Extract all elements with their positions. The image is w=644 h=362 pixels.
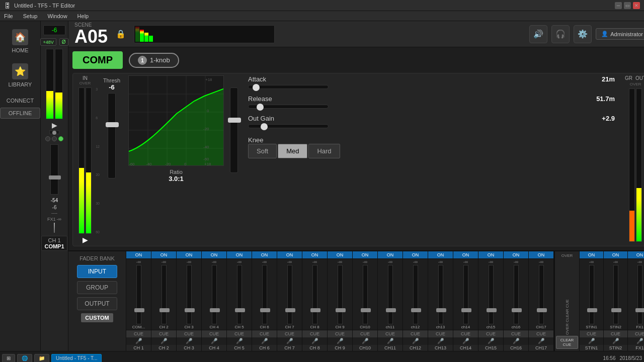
outgain-slider[interactable] <box>248 124 329 128</box>
ch14-cue-button[interactable]: CUE <box>453 330 478 337</box>
admin-button[interactable]: 👤 Administrator <box>596 28 644 40</box>
stin1-fader[interactable] <box>589 265 594 324</box>
ch8-fader[interactable] <box>312 265 317 324</box>
ch10-fader-handle[interactable] <box>361 308 371 312</box>
fbank-custom-button[interactable]: CUSTOM <box>81 313 113 322</box>
stin2-on-button[interactable]: ON <box>604 251 627 259</box>
ch15-cue-button[interactable]: CUE <box>478 330 503 337</box>
ch7-fader[interactable] <box>287 265 292 324</box>
headphone-icon[interactable]: 🎧 <box>551 25 570 43</box>
offline-button[interactable]: OFFLINE <box>0 108 40 119</box>
comp-button[interactable]: COMP <box>72 51 123 69</box>
ch6-cue-button[interactable]: CUE <box>252 330 277 337</box>
knee-hard-button[interactable]: Hard <box>308 144 340 158</box>
output-slider[interactable] <box>230 87 238 173</box>
ch15-fader[interactable] <box>489 265 494 324</box>
ch17-fader-handle[interactable] <box>537 308 547 312</box>
thresh-handle[interactable] <box>106 122 119 127</box>
knee-med-button[interactable]: Med <box>278 144 307 158</box>
ch2-on-button[interactable]: ON <box>151 251 176 259</box>
ch3-cue-button[interactable]: CUE <box>177 330 201 337</box>
stin2-fader[interactable] <box>613 265 618 324</box>
ch4-fader[interactable] <box>212 265 217 324</box>
minimize-button[interactable]: ─ <box>615 2 622 9</box>
ch6-fader-handle[interactable] <box>260 308 270 312</box>
ch4-on-button[interactable]: ON <box>202 251 226 259</box>
ch13-on-button[interactable]: ON <box>428 251 453 259</box>
stin1-handle[interactable] <box>587 308 597 312</box>
ch10-fader[interactable] <box>363 265 368 324</box>
fx1-handle[interactable] <box>635 308 645 312</box>
ch3-on-button[interactable]: ON <box>177 251 201 259</box>
stin1-cue-button[interactable]: CUE <box>580 330 603 337</box>
menu-window[interactable]: Window <box>45 13 69 19</box>
ch15-fader-handle[interactable] <box>487 308 497 312</box>
sidebar-library[interactable]: ⭐ LIBRARY <box>0 59 40 92</box>
ch16-cue-button[interactable]: CUE <box>504 330 528 337</box>
ch17-cue-button[interactable]: CUE <box>529 330 553 337</box>
ch14-fader[interactable] <box>463 265 468 324</box>
oneknob-button[interactable]: 1 1-knob <box>129 53 179 68</box>
ch7-cue-button[interactable]: CUE <box>277 330 302 337</box>
knee-soft-button[interactable]: Soft <box>248 144 277 158</box>
fx1-fader[interactable] <box>637 265 642 324</box>
ch2-fader[interactable] <box>162 265 167 324</box>
phantom-power-button[interactable]: +48V <box>40 38 56 46</box>
ch8-on-button[interactable]: ON <box>302 251 327 259</box>
ch12-cue-button[interactable]: CUE <box>403 330 428 337</box>
ch13-cue-button[interactable]: CUE <box>428 330 453 337</box>
ch1-on-button[interactable]: ON <box>126 251 151 259</box>
menu-help[interactable]: Help <box>75 13 91 19</box>
ch6-on-button[interactable]: ON <box>252 251 277 259</box>
ch10-cue-button[interactable]: CUE <box>353 330 377 337</box>
ch16-fader-handle[interactable] <box>512 308 522 312</box>
ch1-fader-handle[interactable] <box>134 308 144 312</box>
ch1-fader[interactable] <box>136 265 141 324</box>
ch9-fader-handle[interactable] <box>336 308 346 312</box>
ch5-fader-handle[interactable] <box>235 308 245 312</box>
sidebar-home[interactable]: 🏠 HOME <box>0 25 40 57</box>
stin1-on-button[interactable]: ON <box>580 251 603 259</box>
attack-slider[interactable] <box>248 85 329 89</box>
ch13-fader[interactable] <box>438 265 443 324</box>
menu-file[interactable]: File <box>2 13 15 19</box>
outgain-handle[interactable] <box>261 123 268 130</box>
ch2-cue-button[interactable]: CUE <box>151 330 176 337</box>
maximize-button[interactable]: ▭ <box>624 2 631 9</box>
ch8-fader-handle[interactable] <box>310 308 320 312</box>
ch1-cue-button[interactable]: CUE <box>126 330 151 337</box>
thresh-slider[interactable] <box>108 93 116 178</box>
ch11-on-button[interactable]: ON <box>378 251 403 259</box>
fbank-output-button[interactable]: OUTPUT <box>77 297 117 310</box>
main-fader-handle[interactable] <box>49 175 61 179</box>
ch6-fader[interactable] <box>262 265 267 324</box>
taskbar-app[interactable]: Untitled - TF5 - T... <box>51 354 102 362</box>
ch9-cue-button[interactable]: CUE <box>328 330 352 337</box>
monitor-icon[interactable]: 🔊 <box>529 25 547 43</box>
ch9-on-button[interactable]: ON <box>328 251 352 259</box>
taskbar-ie[interactable]: 🌐 <box>17 354 32 362</box>
phase-button[interactable]: Ø <box>59 38 68 46</box>
ch8-cue-button[interactable]: CUE <box>302 330 327 337</box>
ch17-on-button[interactable]: ON <box>529 251 553 259</box>
ch11-cue-button[interactable]: CUE <box>378 330 403 337</box>
ch3-fader-handle[interactable] <box>185 308 195 312</box>
release-handle[interactable] <box>257 104 264 111</box>
ch7-on-button[interactable]: ON <box>277 251 302 259</box>
ch5-on-button[interactable]: ON <box>227 251 252 259</box>
release-slider[interactable] <box>248 105 329 109</box>
ch4-fader-handle[interactable] <box>210 308 220 312</box>
ch10-on-button[interactable]: ON <box>353 251 377 259</box>
ch16-fader[interactable] <box>514 265 519 324</box>
ch15-on-button[interactable]: ON <box>478 251 503 259</box>
ch11-fader-handle[interactable] <box>386 308 396 312</box>
ch17-fader[interactable] <box>539 265 544 324</box>
taskbar-folder[interactable]: 📁 <box>34 354 49 362</box>
ch12-fader[interactable] <box>413 265 418 324</box>
attack-handle[interactable] <box>253 84 260 91</box>
ch4-cue-button[interactable]: CUE <box>202 330 226 337</box>
ch14-on-button[interactable]: ON <box>453 251 478 259</box>
play-button[interactable]: ▶ <box>52 121 57 129</box>
ch5-fader[interactable] <box>237 265 242 324</box>
ch12-fader-handle[interactable] <box>411 308 421 312</box>
